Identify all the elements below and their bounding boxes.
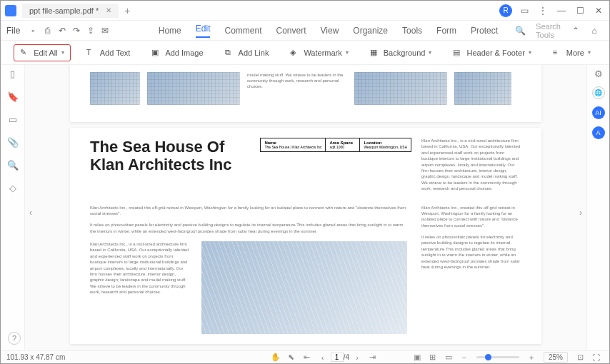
fit-page-icon[interactable]: ▣ [411, 352, 423, 363]
ai-translate-icon[interactable]: A [592, 126, 605, 139]
header-footer-icon: ▤ [453, 48, 463, 58]
prev-page-icon[interactable]: ‹ [317, 352, 329, 363]
kebab-menu-icon[interactable]: ⋮ [536, 4, 549, 17]
background-icon: ▦ [370, 48, 380, 58]
menubar: File ▫ ⎙ ↶ ↷ ⇪ ✉ Home Edit Comment Conve… [1, 21, 609, 41]
body-text: model making stuff. We strieve to be lea… [247, 72, 347, 105]
more-button[interactable]: ≡ More ▾ [547, 45, 596, 61]
page-number-input[interactable] [331, 353, 344, 362]
menu-form[interactable]: Form [436, 26, 456, 36]
titlebar: ppt file-sample.pdf * ✕ + R ▭ ⋮ — ☐ ✕ [1, 1, 609, 21]
chevron-down-icon: ▾ [529, 49, 531, 56]
save-icon[interactable]: ▫ [29, 24, 37, 37]
statusbar: 101.93 x 47.87 cm ✋ ⬉ ⇤ ‹ /4 › ⇥ ▣ ⊞ ▭ −… [1, 350, 609, 363]
layers-icon[interactable]: ◇ [7, 182, 19, 193]
menu-tools[interactable]: Tools [402, 26, 422, 36]
fit-width-icon[interactable]: ⊞ [427, 352, 439, 363]
zoom-in-icon[interactable]: + [526, 352, 537, 363]
prev-page-chevron[interactable]: ‹ [29, 208, 32, 218]
chat-icon[interactable]: ▭ [518, 4, 531, 17]
body-text: Klan Architects Inc., is a mid-sized arc… [90, 241, 190, 295]
menu-edit[interactable]: Edit [196, 24, 211, 38]
next-page-chevron[interactable]: › [579, 208, 582, 218]
zoom-slider-thumb[interactable] [485, 354, 491, 360]
zoom-level[interactable]: 25% [544, 352, 568, 363]
translate-icon[interactable]: 🌐 [592, 86, 605, 99]
settings-icon[interactable]: ⚙ [593, 68, 604, 79]
building-image [90, 72, 140, 105]
reading-mode-icon[interactable]: ▭ [443, 352, 454, 363]
document-canvas[interactable]: ‹ model making stuff. We strieve to be l… [25, 65, 586, 350]
undo-icon[interactable]: ↶ [58, 24, 66, 37]
search-panel-icon[interactable]: 🔍 [7, 159, 19, 171]
add-image-button[interactable]: ▣ Add Image [146, 45, 209, 61]
header-footer-button[interactable]: ▤ Header & Footer ▾ [447, 45, 536, 61]
body-text: It relies on photovoltaic panels for ele… [90, 222, 407, 234]
edit-all-button[interactable]: ✎ Edit All ▾ [14, 44, 71, 61]
page-total: /4 [344, 353, 349, 361]
link-icon: ⧉ [225, 48, 235, 58]
outline-icon[interactable]: ▭ [7, 113, 19, 125]
menu-comment[interactable]: Comment [224, 26, 261, 36]
file-menu[interactable]: File [6, 26, 20, 36]
collapse-ribbon-icon[interactable]: ⌃ [569, 24, 582, 37]
document-tab[interactable]: ppt file-sample.pdf * ✕ [22, 4, 119, 18]
image-icon: ▣ [151, 48, 161, 58]
app-logo-icon [5, 5, 16, 16]
zoom-slider[interactable] [476, 356, 519, 358]
menu-protect[interactable]: Protect [471, 26, 498, 36]
share-icon[interactable]: ⇪ [86, 24, 95, 37]
redo-icon[interactable]: ↷ [72, 24, 81, 37]
right-sidebar: ⚙ 🌐 AI A [586, 65, 609, 350]
page-dimensions: 101.93 x 47.87 cm [6, 353, 65, 361]
ai-assist-icon[interactable]: AI [592, 106, 605, 119]
search-icon[interactable]: 🔍 [515, 24, 526, 37]
body-text: Klan Architects Inc., is a mid-sized arc… [421, 138, 521, 198]
building-image [354, 72, 447, 105]
add-link-button[interactable]: ⧉ Add Link [219, 45, 275, 61]
page-heading: The Sea House Of Klan Architects Inc [90, 138, 250, 174]
menu-convert[interactable]: Convert [276, 26, 306, 36]
select-tool-icon[interactable]: ⬉ [286, 352, 297, 363]
add-text-button[interactable]: T Add Text [81, 45, 136, 61]
edit-toolbar: ✎ Edit All ▾ T Add Text ▣ Add Image ⧉ Ad… [1, 41, 609, 65]
bookmarks-icon[interactable]: 🔖 [7, 91, 19, 102]
fullscreen-icon[interactable]: ⛶ [590, 352, 601, 363]
watermark-icon: ◈ [290, 48, 300, 58]
watermark-button[interactable]: ◈ Watermark ▾ [284, 45, 354, 61]
print-icon[interactable]: ⎙ [44, 24, 52, 37]
menu-view[interactable]: View [321, 26, 339, 36]
first-page-icon[interactable]: ⇤ [301, 352, 313, 363]
add-tab-button[interactable]: + [124, 5, 130, 16]
email-icon[interactable]: ✉ [101, 24, 109, 37]
close-window-button[interactable]: ✕ [592, 4, 605, 17]
search-tools-input[interactable]: Search Tools [536, 22, 566, 39]
zoom-out-icon[interactable]: − [459, 352, 470, 363]
chevron-down-icon: ▾ [429, 49, 431, 56]
minimize-button[interactable]: — [555, 4, 568, 17]
tab-title: ppt file-sample.pdf * [29, 6, 99, 15]
background-button[interactable]: ▦ Background ▾ [364, 45, 438, 61]
actual-size-icon[interactable]: ⊡ [574, 352, 586, 363]
user-avatar[interactable]: R [499, 4, 512, 17]
menu-home[interactable]: Home [159, 26, 181, 36]
building-image [147, 72, 240, 105]
pin-icon[interactable]: ⌂ [588, 24, 601, 37]
building-image [454, 72, 511, 105]
hand-tool-icon[interactable]: ✋ [270, 352, 281, 363]
menu-organize[interactable]: Organize [353, 26, 388, 36]
chevron-down-icon: ▾ [346, 49, 349, 56]
document-page-1: model making stuff. We strieve to be lea… [70, 65, 541, 122]
info-table: NameThe Sea House | Klan Architects Inc … [260, 138, 411, 152]
chevron-down-icon: ▾ [588, 49, 591, 56]
maximize-button[interactable]: ☐ [574, 4, 586, 17]
close-tab-icon[interactable]: ✕ [106, 6, 111, 14]
next-page-icon[interactable]: › [351, 352, 363, 363]
thumbnails-icon[interactable]: ▯ [7, 68, 19, 79]
text-icon: T [86, 48, 96, 58]
more-icon: ≡ [553, 48, 563, 58]
attachments-icon[interactable]: 📎 [7, 136, 19, 148]
help-button[interactable]: ? [8, 332, 21, 345]
document-page-2: The Sea House Of Klan Architects Inc Nam… [70, 128, 541, 344]
last-page-icon[interactable]: ⇥ [367, 352, 379, 363]
